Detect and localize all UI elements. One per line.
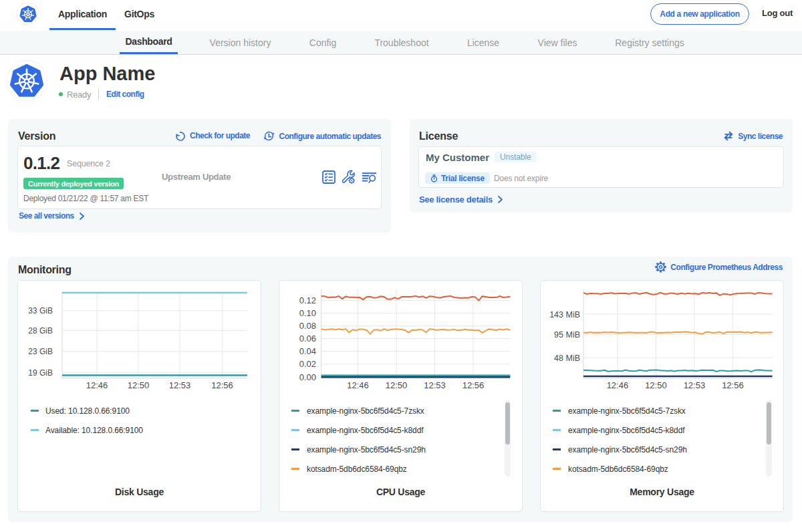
svg-text:95 MiB: 95 MiB	[554, 330, 580, 340]
svg-text:28 GiB: 28 GiB	[28, 326, 53, 336]
svg-text:12:46: 12:46	[347, 380, 369, 390]
svg-text:23 GiB: 23 GiB	[28, 347, 53, 356]
svg-text:0.02: 0.02	[299, 359, 316, 369]
svg-text:12:50: 12:50	[386, 380, 408, 390]
svg-text:12:46: 12:46	[607, 380, 629, 390]
svg-text:12:56: 12:56	[211, 380, 233, 390]
svg-text:12:53: 12:53	[169, 380, 191, 390]
svg-text:0.00: 0.00	[299, 372, 316, 382]
svg-text:0.10: 0.10	[299, 308, 316, 318]
svg-text:0.12: 0.12	[299, 295, 316, 305]
svg-text:12:56: 12:56	[722, 380, 744, 390]
svg-text:33 GiB: 33 GiB	[28, 306, 53, 315]
svg-text:0.04: 0.04	[299, 346, 316, 356]
svg-text:143 MiB: 143 MiB	[549, 310, 580, 319]
svg-text:0.06: 0.06	[299, 334, 316, 344]
svg-text:12:46: 12:46	[86, 380, 108, 390]
svg-text:19 GiB: 19 GiB	[28, 368, 53, 378]
svg-text:0.08: 0.08	[299, 321, 316, 331]
svg-text:12:50: 12:50	[128, 380, 150, 390]
svg-text:48 MiB: 48 MiB	[554, 354, 580, 363]
svg-text:12:50: 12:50	[645, 380, 667, 390]
svg-text:12:56: 12:56	[462, 380, 485, 390]
svg-text:12:53: 12:53	[684, 380, 706, 390]
svg-text:12:53: 12:53	[424, 380, 446, 390]
